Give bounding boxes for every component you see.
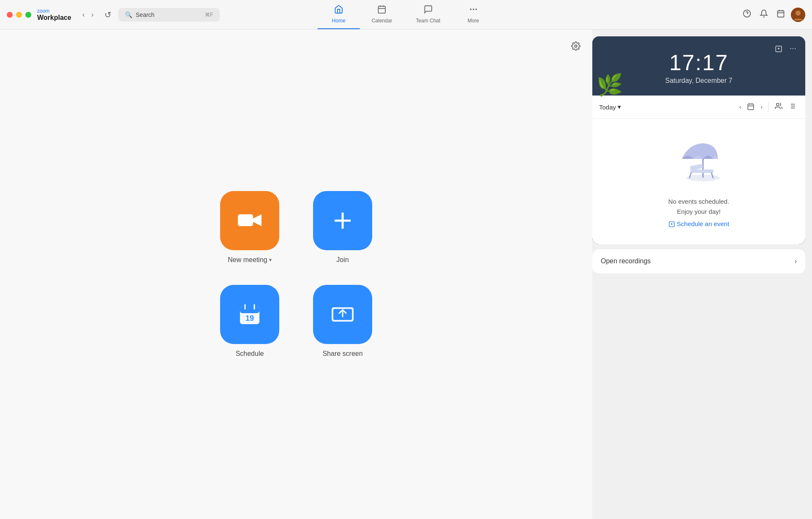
svg-point-6	[476, 9, 477, 10]
search-bar[interactable]: 🔍 Search ⌘F	[118, 8, 220, 22]
action-item-new-meeting: New meeting ▾	[220, 191, 279, 264]
svg-point-30	[790, 48, 791, 49]
app-name-zoom: zoom	[37, 8, 71, 14]
join-button[interactable]	[313, 191, 372, 250]
more-icon	[469, 5, 478, 16]
prev-day-button[interactable]: ‹	[737, 102, 744, 112]
plant-decoration: 🌿	[597, 74, 623, 96]
action-item-share-screen: Share screen	[313, 285, 372, 358]
avatar-image	[791, 8, 805, 22]
schedule-event-label: Schedule an event	[677, 220, 729, 227]
tab-home-label: Home	[332, 18, 346, 24]
svg-point-5	[473, 9, 474, 10]
svg-text:19: 19	[245, 314, 254, 322]
search-icon: 🔍	[125, 11, 132, 18]
meetings-button[interactable]	[774, 7, 787, 22]
search-label: Search	[136, 11, 154, 18]
join-text: Join	[336, 256, 349, 264]
tab-calendar-label: Calendar	[372, 18, 392, 24]
main-content: New meeting ▾ Join	[0, 30, 812, 519]
add-event-widget-button[interactable]	[773, 43, 784, 56]
right-panel: 🌿	[592, 30, 812, 519]
action-item-join: Join	[313, 191, 372, 264]
avatar[interactable]	[791, 8, 805, 22]
events-section: Today ▾ ‹ ›	[592, 96, 805, 244]
calendar-view-button[interactable]	[744, 101, 757, 113]
view-people-button[interactable]	[772, 101, 785, 113]
toolbar-divider	[768, 102, 769, 112]
share-screen-label: Share screen	[322, 350, 362, 358]
new-meeting-dropdown-arrow[interactable]: ▾	[269, 257, 272, 263]
svg-rect-9	[778, 11, 784, 17]
nav-back-button[interactable]: ‹	[80, 9, 87, 20]
svg-rect-16	[238, 214, 253, 226]
new-meeting-label: New meeting ▾	[228, 256, 271, 264]
app-logo: zoom Workplace	[37, 8, 71, 22]
help-button[interactable]	[740, 7, 754, 22]
view-list-button[interactable]	[786, 101, 798, 113]
tab-more[interactable]: More	[452, 0, 494, 29]
today-button[interactable]: Today ▾	[599, 103, 621, 111]
svg-rect-47	[690, 164, 703, 170]
svg-point-15	[575, 45, 577, 47]
svg-point-14	[796, 11, 801, 16]
header-right	[740, 7, 805, 22]
schedule-label: Schedule	[236, 350, 264, 358]
calendar-time: 17:17	[669, 50, 728, 75]
share-screen-text: Share screen	[322, 350, 362, 358]
no-events-title: No events scheduled.	[668, 197, 729, 207]
no-events-subtitle: Enjoy your day!	[668, 207, 729, 217]
calendar-header: 🌿	[592, 36, 805, 96]
share-screen-button[interactable]	[313, 285, 372, 344]
next-day-button[interactable]: ›	[758, 102, 765, 112]
history-button[interactable]: ↺	[103, 8, 113, 22]
empty-state-text: No events scheduled. Enjoy your day!	[668, 197, 729, 217]
open-recordings-arrow: ›	[795, 257, 797, 265]
svg-point-37	[777, 103, 779, 106]
schedule-event-link[interactable]: Schedule an event	[668, 220, 729, 227]
widget-more-button[interactable]	[787, 43, 798, 56]
today-dropdown-arrow: ▾	[618, 103, 621, 111]
schedule-text: Schedule	[236, 350, 264, 358]
action-item-schedule: 19 Schedule	[220, 285, 279, 358]
traffic-lights	[7, 12, 31, 18]
close-button[interactable]	[7, 12, 13, 18]
open-recordings-label: Open recordings	[601, 257, 651, 265]
svg-rect-20	[240, 306, 259, 313]
toolbar-nav: ‹ ›	[737, 101, 798, 113]
nav-tabs: Home Calendar Team Chat	[318, 0, 495, 29]
new-meeting-button[interactable]	[220, 191, 279, 250]
notifications-button[interactable]	[757, 7, 771, 22]
nav-forward-button[interactable]: ›	[89, 9, 96, 20]
open-recordings[interactable]: Open recordings ›	[592, 249, 805, 273]
maximize-button[interactable]	[25, 12, 31, 18]
calendar-widget-icons	[773, 43, 798, 56]
svg-point-32	[795, 48, 796, 49]
nav-arrows: ‹ ›	[80, 9, 96, 20]
svg-point-31	[793, 48, 793, 49]
empty-state: No events scheduled. Enjoy your day! Sch…	[592, 119, 805, 244]
settings-button[interactable]	[568, 38, 584, 56]
calendar-widget: 🌿	[592, 36, 805, 244]
today-label: Today	[599, 104, 616, 111]
tab-home[interactable]: Home	[318, 0, 360, 29]
svg-rect-33	[748, 104, 754, 110]
svg-point-4	[470, 9, 471, 10]
join-label: Join	[336, 256, 349, 264]
app-name-workplace: Workplace	[37, 14, 71, 22]
tab-teamchat[interactable]: Team Chat	[404, 0, 452, 29]
tab-calendar[interactable]: Calendar	[360, 0, 404, 29]
action-grid: New meeting ▾ Join	[220, 191, 372, 358]
svg-rect-0	[379, 6, 386, 14]
home-icon	[334, 5, 343, 16]
minimize-button[interactable]	[16, 12, 22, 18]
empty-illustration	[669, 136, 728, 186]
svg-rect-46	[690, 169, 714, 173]
calendar-date: Saturday, December 7	[665, 77, 733, 85]
events-toolbar: Today ▾ ‹ ›	[592, 96, 805, 119]
calendar-icon	[377, 5, 387, 16]
tab-teamchat-label: Team Chat	[416, 18, 440, 24]
tab-more-label: More	[468, 18, 479, 24]
schedule-button[interactable]: 19	[220, 285, 279, 344]
titlebar: zoom Workplace ‹ › ↺ 🔍 Search ⌘F Home	[0, 0, 812, 30]
